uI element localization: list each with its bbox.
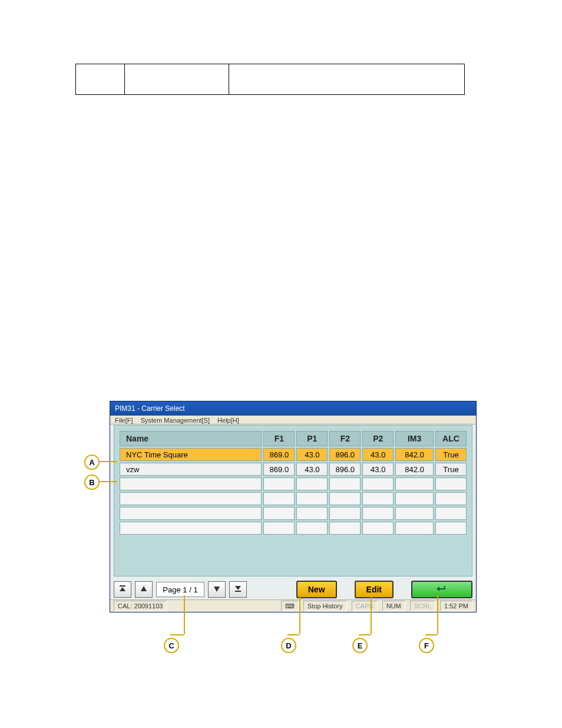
menu-system[interactable]: System Management[S] (141, 417, 210, 424)
edit-button-label: Edit (366, 585, 382, 594)
svg-rect-5 (235, 591, 241, 592)
callout-e-lead2 (359, 634, 371, 635)
cell-f2: 896.0 (329, 448, 361, 461)
cell-p2: 43.0 (362, 463, 394, 476)
callout-d-lead2 (287, 634, 299, 635)
svg-marker-4 (235, 586, 241, 590)
callout-b: B (84, 475, 100, 490)
col-f1: F1 (263, 431, 295, 446)
status-history: Stop History (303, 601, 347, 611)
svg-marker-1 (120, 587, 125, 591)
carrier-table: Name F1 P1 F2 P2 IM3 ALC NYC Time Square… (118, 429, 468, 536)
svg-rect-0 (120, 585, 125, 587)
cell-p1: 43.0 (296, 448, 328, 461)
cell-alc: True (435, 448, 467, 461)
table-row[interactable]: NYC Time Square 869.0 43.0 896.0 43.0 84… (120, 448, 467, 461)
cell-f1: 869.0 (263, 463, 295, 476)
edit-button[interactable]: Edit (355, 581, 394, 598)
menu-file[interactable]: File[F] (115, 417, 133, 424)
cell-im3: 842.0 (395, 448, 434, 461)
svg-marker-2 (141, 586, 147, 591)
bottom-bar: Page 1 / 1 New Edit (114, 580, 472, 599)
table-row[interactable]: vzw 869.0 43.0 896.0 43.0 842.0 True (120, 463, 467, 476)
status-caps: CAPS (352, 601, 378, 611)
cell-f1: 869.0 (263, 448, 295, 461)
status-bar: CAL: 20091103 ⌨ Stop History CAPS NUM SC… (110, 599, 476, 612)
callout-f: F (419, 638, 434, 653)
return-icon (435, 584, 448, 595)
content-area: Name F1 P1 F2 P2 IM3 ALC NYC Time Square… (114, 425, 472, 577)
status-time: 1:52 PM (440, 601, 472, 611)
callout-a: A (84, 454, 100, 470)
status-cal: CAL: 20091103 (114, 601, 167, 611)
triangle-up-icon (140, 585, 147, 594)
callout-a-lead (98, 461, 117, 462)
svg-marker-3 (214, 587, 220, 592)
ref-col2 (124, 64, 229, 95)
col-p2: P2 (362, 431, 394, 446)
table-row-empty (120, 477, 467, 490)
callout-d: D (281, 638, 296, 653)
table-row-empty (120, 522, 467, 535)
cell-p2: 43.0 (362, 448, 394, 461)
ref-col3 (229, 64, 465, 95)
cell-f2: 896.0 (329, 463, 361, 476)
ref-col1 (76, 64, 125, 95)
col-name: Name (120, 431, 262, 446)
menu-help[interactable]: Help[H] (217, 417, 239, 424)
callout-d-lead (299, 595, 300, 634)
col-f2: F2 (329, 431, 361, 446)
col-im3: IM3 (395, 431, 434, 446)
page-prev-button[interactable] (135, 581, 153, 598)
col-p1: P1 (296, 431, 328, 446)
status-num: NUM (382, 601, 405, 611)
triangle-down-icon (213, 585, 220, 594)
page-label: Page 1 / 1 (156, 582, 204, 597)
app-window: PIM31 - Carrier Select File[F] System Ma… (110, 401, 477, 612)
header-row: Name F1 P1 F2 P2 IM3 ALC (120, 431, 467, 446)
callout-f-lead2 (425, 634, 437, 635)
skip-down-icon (234, 585, 242, 594)
table-row-empty (120, 492, 467, 505)
col-alc: ALC (435, 431, 467, 446)
callout-e-lead (371, 595, 372, 634)
cell-alc: True (435, 463, 467, 476)
new-button[interactable]: New (296, 581, 337, 598)
status-keyboard-icon: ⌨ (281, 601, 299, 611)
menubar: File[F] System Management[S] Help[H] (110, 416, 476, 424)
callout-b-lead (98, 481, 117, 482)
cell-p1: 43.0 (296, 463, 328, 476)
page-last-button[interactable] (229, 581, 247, 598)
skip-up-icon (119, 585, 126, 594)
table-row-empty (120, 507, 467, 520)
new-button-label: New (308, 585, 325, 594)
reference-table (75, 64, 465, 95)
callout-e: E (352, 638, 368, 653)
cell-name: NYC Time Square (120, 448, 262, 461)
cell-name: vzw (120, 463, 262, 476)
callout-c: C (164, 638, 179, 653)
callout-c-lead2 (170, 634, 184, 635)
page-first-button[interactable] (114, 581, 131, 598)
window-title: PIM31 - Carrier Select (110, 401, 476, 416)
return-button[interactable] (411, 581, 472, 598)
status-scrl: SCRL (410, 601, 435, 611)
callout-c-lead (184, 595, 185, 634)
cell-im3: 842.0 (395, 463, 434, 476)
callout-f-lead (437, 595, 438, 634)
page-next-button[interactable] (208, 581, 226, 598)
